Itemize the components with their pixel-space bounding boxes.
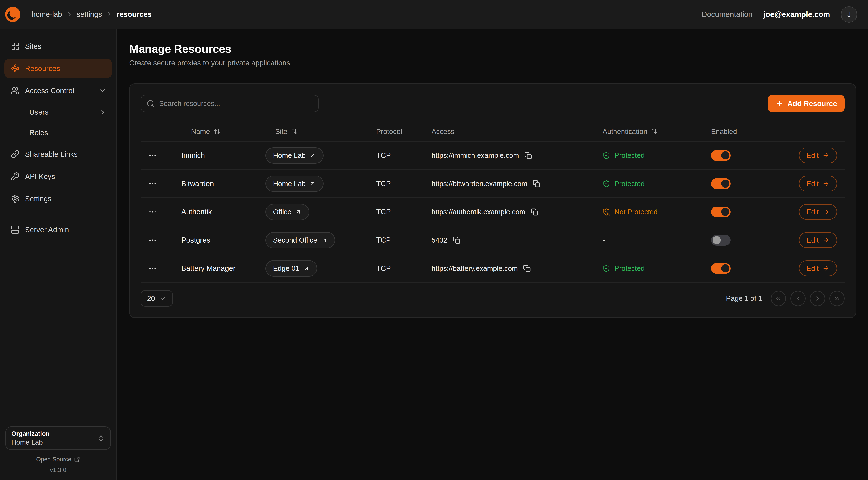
sidebar-item-roles[interactable]: Roles xyxy=(4,124,112,142)
add-resource-button[interactable]: Add Resource xyxy=(768,95,845,112)
row-actions-menu[interactable] xyxy=(148,151,157,160)
site-link[interactable]: Home Lab xyxy=(266,147,323,163)
edit-button[interactable]: Edit xyxy=(799,176,837,191)
protocol-value: TCP xyxy=(376,236,391,244)
enabled-toggle[interactable] xyxy=(711,207,731,217)
row-actions-menu[interactable] xyxy=(148,264,157,273)
access-url: https://bitwarden.example.com xyxy=(432,180,527,188)
copy-icon[interactable] xyxy=(524,152,532,159)
enabled-toggle[interactable] xyxy=(711,150,731,161)
user-email[interactable]: joe@example.com xyxy=(764,10,830,19)
sort-by-site[interactable]: Site xyxy=(266,128,298,136)
sidebar-item-label: Sites xyxy=(25,42,41,51)
table-row: Immich Home Lab TCP https://immich.examp… xyxy=(141,142,845,170)
row-actions-menu[interactable] xyxy=(148,179,157,188)
search-input[interactable] xyxy=(159,99,313,108)
sidebar-item-label: Settings xyxy=(25,194,52,203)
chevron-down-icon xyxy=(99,87,106,94)
edit-button[interactable]: Edit xyxy=(799,232,837,248)
sort-icon xyxy=(214,128,220,135)
sort-by-authentication[interactable]: Authentication xyxy=(602,128,657,136)
edit-label: Edit xyxy=(806,208,818,216)
toggle-knob xyxy=(721,180,730,188)
edit-button[interactable]: Edit xyxy=(799,148,837,163)
organization-name: Home Lab xyxy=(11,438,43,447)
copy-icon[interactable] xyxy=(533,180,540,187)
sidebar-item-users[interactable]: Users xyxy=(4,103,112,121)
row-actions-menu[interactable] xyxy=(148,236,157,244)
table-row: Bitwarden Home Lab TCP https://bitwarden… xyxy=(141,170,845,198)
link-icon xyxy=(11,150,20,158)
site-name: Home Lab xyxy=(273,151,306,159)
copy-icon[interactable] xyxy=(453,236,460,244)
table-row: Postgres Second Office TCP 5432 - Edit xyxy=(141,226,845,254)
edit-button[interactable]: Edit xyxy=(799,204,837,220)
shield-check-icon xyxy=(602,180,610,187)
breadcrumb-org[interactable]: home-lab xyxy=(31,10,62,19)
edit-button[interactable]: Edit xyxy=(799,261,837,276)
copy-icon[interactable] xyxy=(523,265,531,272)
first-page-button[interactable] xyxy=(771,291,786,306)
sidebar-item-server-admin[interactable]: Server Admin xyxy=(4,220,112,239)
external-link-icon xyxy=(74,456,80,462)
site-link[interactable]: Second Office xyxy=(266,232,335,248)
row-actions-menu[interactable] xyxy=(148,208,157,216)
table-toolbar: Add Resource xyxy=(141,95,845,112)
site-link[interactable]: Home Lab xyxy=(266,176,323,192)
page-title: Manage Resources xyxy=(129,42,856,55)
enabled-toggle[interactable] xyxy=(711,263,731,274)
arrow-up-right-icon xyxy=(309,180,316,187)
key-icon xyxy=(11,172,20,181)
open-source-link[interactable]: Open Source xyxy=(5,456,111,463)
sort-icon xyxy=(651,128,657,135)
enabled-toggle[interactable] xyxy=(711,235,731,246)
sidebar-item-api-keys[interactable]: API Keys xyxy=(4,167,112,186)
auth-label: Not Protected xyxy=(615,208,657,216)
table-header-row: Name Site Protocol Access xyxy=(141,122,845,142)
auth-label: - xyxy=(602,236,605,244)
protocol-value: TCP xyxy=(376,264,391,273)
page-size-select[interactable]: 20 xyxy=(141,290,173,307)
site-link[interactable]: Office xyxy=(266,204,309,220)
organization-selector[interactable]: Organization Home Lab xyxy=(5,426,111,450)
enabled-header: Enabled xyxy=(711,128,737,136)
avatar-initial: J xyxy=(847,10,851,19)
avatar[interactable]: J xyxy=(841,6,857,23)
search-box xyxy=(141,95,319,112)
page-size-value: 20 xyxy=(147,295,155,302)
sidebar: Sites Resources Access Control Users Rol… xyxy=(0,29,117,480)
ellipsis-icon xyxy=(148,264,157,273)
breadcrumb: home-lab settings resources xyxy=(31,10,152,19)
last-page-button[interactable] xyxy=(830,291,845,306)
copy-icon[interactable] xyxy=(531,208,538,216)
table-footer: 20 Page 1 of 1 xyxy=(141,290,845,307)
server-icon xyxy=(11,226,20,234)
site-link[interactable]: Edge 01 xyxy=(266,260,317,276)
auth-status: Not Protected xyxy=(602,208,711,216)
toggle-knob xyxy=(721,208,730,216)
chevron-right-icon xyxy=(99,109,106,116)
auth-status: - xyxy=(602,236,711,244)
sidebar-item-shareable-links[interactable]: Shareable Links xyxy=(4,144,112,164)
sidebar-item-sites[interactable]: Sites xyxy=(4,36,112,56)
site-name: Home Lab xyxy=(273,180,306,188)
sidebar-item-resources[interactable]: Resources xyxy=(4,59,112,78)
name-header: Name xyxy=(191,128,210,136)
documentation-link[interactable]: Documentation xyxy=(702,10,753,19)
resource-name: Authentik xyxy=(181,208,212,216)
breadcrumb-settings[interactable]: settings xyxy=(77,10,102,19)
sidebar-item-label: Server Admin xyxy=(25,226,69,234)
enabled-toggle[interactable] xyxy=(711,178,731,189)
search-icon xyxy=(147,99,155,108)
protocol-header: Protocol xyxy=(376,128,402,136)
prev-page-button[interactable] xyxy=(790,291,806,306)
ellipsis-icon xyxy=(148,208,157,216)
chevrons-left-icon xyxy=(775,295,782,302)
next-page-button[interactable] xyxy=(810,291,825,306)
table-row: Battery Manager Edge 01 TCP https://batt… xyxy=(141,254,845,283)
chevron-right-icon xyxy=(66,11,73,18)
sort-by-name[interactable]: Name xyxy=(181,128,220,136)
sidebar-item-settings[interactable]: Settings xyxy=(4,189,112,209)
sidebar-item-access-control[interactable]: Access Control xyxy=(4,81,112,100)
app-logo-icon[interactable] xyxy=(5,6,21,22)
